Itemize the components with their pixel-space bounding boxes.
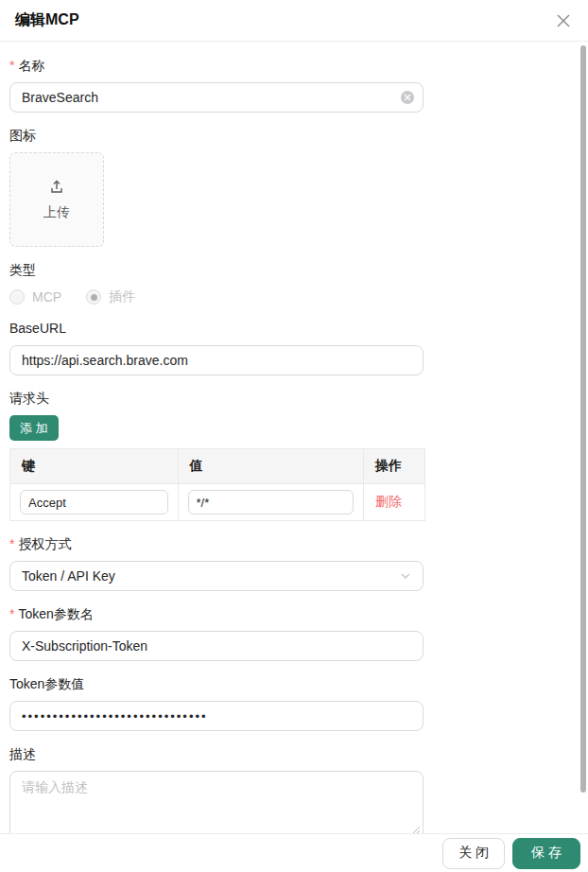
required-mark: * <box>9 536 14 551</box>
headers-label: 请求头 <box>9 391 579 406</box>
icon-label: 图标 <box>9 128 579 143</box>
close-icon[interactable] <box>554 11 573 30</box>
headers-table: 键 值 操作 删除 <box>9 448 425 521</box>
dialog-footer: 关 闭 保 存 <box>0 833 588 872</box>
name-input[interactable] <box>9 82 424 113</box>
type-radio-group: MCP 插件 <box>9 288 579 305</box>
auth-select[interactable]: Token / API Key <box>9 561 424 591</box>
baseurl-input[interactable] <box>9 345 424 375</box>
auth-select-value: Token / API Key <box>22 568 115 584</box>
radio-mcp[interactable]: MCP <box>9 289 61 305</box>
auth-label: * 授权方式 <box>9 536 579 551</box>
add-header-button[interactable]: 添 加 <box>9 415 59 441</box>
scrollbar[interactable] <box>580 45 586 793</box>
column-value: 值 <box>178 449 364 484</box>
dialog-header: 编辑MCP <box>0 0 588 42</box>
description-textarea[interactable] <box>9 771 424 841</box>
header-value-cell <box>178 484 364 521</box>
clear-icon[interactable] <box>401 91 414 104</box>
radio-circle-checked-icon <box>86 289 101 305</box>
headers-table-header-row: 键 值 操作 <box>10 449 425 484</box>
description-label: 描述 <box>9 746 579 761</box>
table-row: 删除 <box>10 484 425 521</box>
dialog-body: * 名称 图标 上传 类型 MCP 插件 <box>0 42 588 841</box>
type-label: 类型 <box>9 262 579 277</box>
token-name-input[interactable] <box>9 631 424 661</box>
column-key: 键 <box>10 449 179 484</box>
header-action-cell: 删除 <box>364 484 425 521</box>
required-mark: * <box>9 606 14 621</box>
required-mark: * <box>9 58 14 73</box>
token-name-label: * Token参数名 <box>9 606 579 621</box>
radio-plugin[interactable]: 插件 <box>86 288 135 305</box>
token-value-label: Token参数值 <box>9 676 579 691</box>
header-value-input[interactable] <box>188 490 355 514</box>
header-key-input[interactable] <box>20 490 168 514</box>
dialog-title: 编辑MCP <box>15 10 79 30</box>
delete-header-link[interactable]: 删除 <box>373 494 402 509</box>
close-button[interactable]: 关 闭 <box>442 838 505 869</box>
radio-circle-icon <box>9 289 25 305</box>
header-key-cell <box>10 484 179 521</box>
save-button[interactable]: 保 存 <box>512 838 580 869</box>
name-label: * 名称 <box>9 58 579 73</box>
description-wrap <box>9 771 424 841</box>
chevron-down-icon <box>400 570 411 582</box>
name-input-wrap <box>9 82 424 113</box>
baseurl-label: BaseURL <box>9 321 579 336</box>
column-action: 操作 <box>364 449 425 484</box>
token-value-input[interactable]: •••••••••••••••••••••••••••••• <box>9 701 424 731</box>
icon-upload-button[interactable]: 上传 <box>9 152 104 247</box>
upload-label: 上传 <box>43 204 70 221</box>
upload-icon <box>48 178 65 195</box>
